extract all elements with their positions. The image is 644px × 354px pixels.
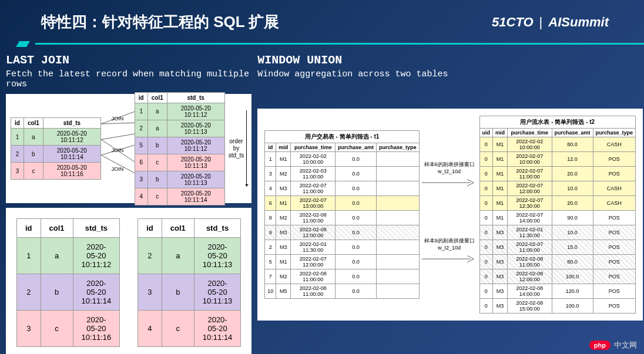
- table-header: mid: [493, 129, 508, 137]
- table-row: 0M12022-02-07 12:00:0010.0CASH: [479, 181, 636, 196]
- table-cell: 0.0: [336, 269, 377, 284]
- table-cell: [377, 181, 420, 196]
- table-cell: M2: [276, 167, 291, 181]
- table-row: 0M12022-02-07 10:00:0012.0POS: [479, 152, 636, 167]
- table-row: 0M32022-02-08 11:00:0080.0POS: [479, 255, 636, 269]
- table-cell: 0: [479, 196, 493, 211]
- wu-src-caption: 用户交易表 - 简单列筛选 - t1: [264, 130, 419, 143]
- table-row: 2M32022-02-01 11:30:000.0: [265, 240, 419, 255]
- table-cell: 0: [479, 211, 493, 225]
- table-cell: 2020-05-20 10:11:12: [73, 238, 120, 274]
- table-cell: M1: [276, 196, 291, 211]
- table-row: 3b2020-05-20 10:11:13: [135, 171, 224, 188]
- table-cell: b: [41, 274, 73, 311]
- table-cell: c: [147, 154, 167, 171]
- wu-middle: 样本6的副表拼接窗口w_t2_10d 样本9的副表拼接窗口w_t2_10d: [422, 139, 477, 291]
- table-row: 3M22022-02-03 11:00:000.0: [265, 167, 419, 181]
- table-row: 2b2020-05-20 10:11:14: [11, 146, 101, 163]
- table-cell: 20.0: [552, 167, 593, 181]
- table-cell: 2020-05-20 10:11:16: [43, 163, 100, 180]
- table-cell: 2022-02-07 14:00:00: [508, 211, 552, 225]
- table-row: 2a2020-05-20 10:11:13: [135, 120, 224, 137]
- table-cell: 2022-02-07 11:00:00: [508, 167, 552, 181]
- table-cell: 2020-05-20 10:11:14: [194, 311, 241, 347]
- table-cell: 2022-02-08 11:00:00: [291, 211, 336, 225]
- table-cell: POS: [593, 225, 636, 240]
- table-header: col1: [162, 219, 194, 238]
- left-column: LAST JOIN Fetch the latest record when m…: [6, 53, 251, 354]
- table-cell: [377, 284, 420, 299]
- table-cell: 2020-05-20 10:11:12: [167, 137, 224, 154]
- table-cell: 2022-02-01 11:30:00: [508, 225, 552, 240]
- table-row: 3c2020-05-20 10:11:16: [11, 163, 101, 180]
- table-row: 1M12022-02-02 10:00:000.0: [265, 152, 419, 167]
- table-row: 3b2020-05-20 10:11:13: [138, 274, 241, 311]
- table-cell: 20.0: [552, 196, 593, 211]
- table-header: id: [265, 143, 276, 152]
- table-cell: 0.0: [336, 196, 377, 211]
- table-cell: 5: [135, 137, 147, 154]
- table-header: purchase_amt: [552, 129, 593, 137]
- table-row: 1a2020-05-20 10:11:12: [135, 103, 224, 120]
- table-cell: 0: [479, 225, 493, 240]
- watermark-text: 中文网: [614, 340, 637, 350]
- table-cell: 0: [479, 240, 493, 255]
- table-cell: M3: [276, 240, 291, 255]
- table-row: 0M32022-02-07 11:00:0015.0POS: [479, 240, 636, 255]
- table-row: 0M12022-02-07 11:00:0020.0POS: [479, 167, 636, 181]
- table-header: purchase_time: [508, 129, 552, 137]
- table-cell: 2022-02-03 11:00:00: [291, 167, 336, 181]
- table-header: id: [138, 219, 162, 238]
- table-cell: 3: [265, 167, 276, 181]
- table-cell: [377, 240, 420, 255]
- table-cell: 2020-05-20 10:11:13: [167, 120, 224, 137]
- table-cell: POS: [593, 211, 636, 225]
- table-cell: 90.0: [552, 211, 593, 225]
- table-header: std_ts: [194, 219, 241, 238]
- table-row: 1a2020-05-20 10:11:12: [17, 238, 120, 274]
- table-header: purchase_time: [291, 143, 336, 152]
- table-cell: 4: [265, 181, 276, 196]
- wu-source-table: idmidpurchase_timepurchase_amtpurchase_t…: [264, 143, 419, 299]
- last-join-diagram: idcol1std_ts1a2020-05-20 10:11:122b2020-…: [6, 94, 251, 203]
- result-right-table: idcol1std_ts2a2020-05-20 10:11:133b2020-…: [137, 218, 241, 347]
- table-row: 6M12022-02-07 13:00:000.0: [265, 196, 419, 211]
- table-cell: 0: [479, 255, 493, 269]
- page-title: 特性四：针对特征工程的 SQL 扩展: [41, 12, 279, 32]
- table-header: col1: [147, 92, 167, 103]
- table-cell: 100.0: [552, 269, 593, 284]
- table-cell: 1: [265, 152, 276, 167]
- table-cell: [377, 167, 420, 181]
- table-cell: 0.0: [336, 181, 377, 196]
- logo-separator: |: [539, 15, 543, 30]
- window-union-title: WINDOW UNION: [257, 53, 643, 67]
- table-cell: a: [147, 120, 167, 137]
- table-cell: 120.0: [552, 284, 593, 299]
- logo-right: AISummit: [548, 15, 609, 30]
- table-row: 10M52022-02-08 11:00:000.0: [265, 284, 419, 299]
- table-cell: [377, 255, 420, 269]
- table-cell: [377, 152, 420, 167]
- table-cell: M3: [493, 255, 508, 269]
- table-cell: a: [147, 103, 167, 120]
- table-cell: 2020-05-20 10:11:14: [43, 146, 100, 163]
- table-cell: M1: [493, 211, 508, 225]
- watermark-badge: php: [589, 340, 611, 350]
- table-cell: b: [147, 171, 167, 188]
- table-cell: 0: [479, 284, 493, 299]
- svg-line-1: [101, 123, 135, 124]
- table-cell: CASH: [593, 196, 636, 211]
- table-header: col1: [24, 118, 43, 129]
- table-cell: 2022-02-08 11:00:00: [291, 269, 336, 284]
- table-cell: 8: [265, 211, 276, 225]
- table-cell: 6: [135, 154, 147, 171]
- table-row: 2a2020-05-20 10:11:13: [138, 238, 241, 274]
- table-cell: 80.0: [552, 255, 593, 269]
- table-cell: 0.0: [336, 152, 377, 167]
- table-row: 0M12022-02-07 12:30:0020.0CASH: [479, 196, 636, 211]
- join-label-3: JOIN: [112, 166, 124, 172]
- table-cell: 80.0: [552, 137, 593, 152]
- arrow-down-icon: [246, 110, 247, 187]
- table-cell: 2022-02-02 10:00:00: [508, 137, 552, 152]
- table-cell: 2: [135, 120, 147, 137]
